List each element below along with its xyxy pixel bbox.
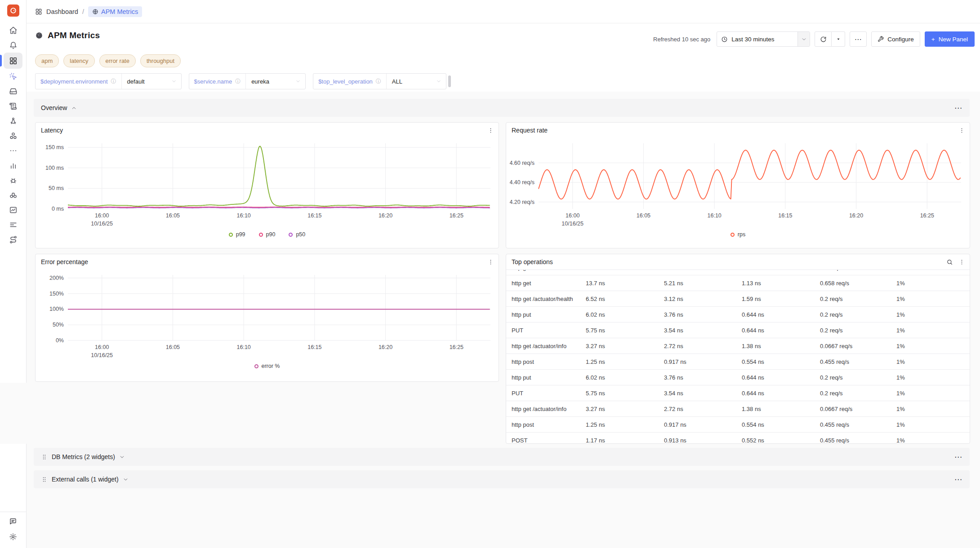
kebab-menu-icon (958, 259, 965, 265)
legend-item-p99[interactable]: p99 (229, 231, 245, 238)
sidebar-item-gear[interactable] (9, 533, 17, 541)
section-db-label: DB Metrics (2 widgets) (52, 453, 115, 460)
operation-name-cell: http get /actuator/info (512, 406, 586, 412)
sidebar-item-compass[interactable] (4, 114, 22, 128)
error-percentage-chart[interactable]: 0%50%100%150%200%16:0010/16/2516:0516:10… (39, 270, 495, 360)
latency-chart[interactable]: 0 ms50 ms100 ms150 ms16:0010/16/2516:051… (39, 139, 495, 229)
table-row[interactable]: POST1.17 ns0.913 ns0.552 ns0.455 req/s1% (506, 433, 970, 444)
section-db-toggle[interactable]: DB Metrics (2 widgets) (41, 453, 125, 460)
drag-handle-icon[interactable] (41, 476, 48, 483)
table-row[interactable]: http post1.25 ns0.917 ns0.554 ns0.455 re… (506, 354, 970, 370)
section-overview-more[interactable]: ⋯ (954, 103, 962, 113)
panel-request-rate: Request rate 4.20 req/s4.40 req/s4.60 re… (506, 122, 970, 248)
variable-value-select[interactable]: default (122, 74, 181, 89)
chevron-down-icon (801, 36, 807, 42)
legend-item-p50[interactable]: p50 (289, 231, 305, 238)
refresh-button[interactable] (815, 31, 832, 47)
svg-text:10/16/25: 10/16/25 (91, 221, 113, 227)
section-db-more[interactable]: ⋯ (954, 452, 962, 462)
table-row[interactable]: PUT5.75 ns3.54 ns0.644 ns0.2 req/s1% (506, 385, 970, 401)
variables-scrollbar[interactable] (448, 75, 451, 87)
kebab-menu-icon[interactable] (487, 127, 494, 134)
metric-cell: 0.554 ns (742, 421, 820, 428)
sidebar-item-pointer-click[interactable] (4, 69, 22, 84)
kebab-menu-icon[interactable] (958, 127, 965, 134)
svg-text:16:00: 16:00 (566, 212, 579, 219)
sidebar-item-grid[interactable] (4, 53, 22, 69)
metric-cell: 14.3 ns (586, 270, 664, 271)
svg-text:16:15: 16:15 (307, 344, 321, 350)
section-external-toggle[interactable]: External calls (1 widget) (41, 476, 129, 483)
plus-icon: + (931, 36, 935, 43)
table-row[interactable]: http get /actuator/info3.27 ns2.72 ns1.3… (506, 401, 970, 417)
variable-value-select[interactable]: eureka (246, 74, 305, 89)
sidebar-item-route[interactable] (4, 232, 22, 247)
time-range-select[interactable]: Last 30 minutes (717, 31, 810, 47)
svg-text:100 ms: 100 ms (45, 165, 64, 171)
svg-text:150 ms: 150 ms (45, 144, 64, 150)
metric-cell: 5.75 ns (586, 327, 664, 334)
metric-cell: 1% (896, 270, 970, 271)
legend-item-error-[interactable]: error % (254, 363, 280, 369)
metric-cell: 1% (896, 280, 970, 287)
sidebar-item-bug[interactable] (4, 173, 22, 187)
kebab-menu-icon (487, 259, 494, 265)
sidebar-item-bell[interactable] (4, 38, 22, 52)
drag-handle-icon (41, 476, 48, 483)
sidebar-item-list[interactable] (4, 217, 22, 232)
configure-button[interactable]: Configure (871, 31, 920, 47)
request-rate-chart[interactable]: 4.20 req/s4.40 req/s4.60 req/s16:0010/16… (510, 139, 966, 229)
sidebar-item-cluster[interactable] (4, 128, 22, 143)
kebab-menu-icon[interactable] (487, 259, 494, 265)
legend-dot (289, 233, 293, 237)
variable-value-select[interactable]: ALL (387, 74, 446, 89)
section-overview-toggle[interactable]: Overview (41, 104, 77, 111)
metric-cell: 0.917 ns (664, 358, 742, 365)
table-row[interactable]: http get13.7 ns5.21 ns1.13 ns0.658 req/s… (506, 275, 970, 291)
legend-item-rps[interactable]: rps (731, 231, 745, 238)
svg-text:16:05: 16:05 (166, 344, 180, 350)
table-row[interactable]: http post1.25 ns0.917 ns0.554 ns0.455 re… (506, 417, 970, 433)
operation-name-cell: http put (512, 374, 586, 381)
metric-cell: 1.38 ns (742, 343, 820, 349)
svg-text:16:15: 16:15 (307, 212, 321, 219)
metric-cell: 0.644 ns (742, 390, 820, 397)
sidebar-item-message[interactable] (9, 517, 17, 526)
sidebar-item-hard-drive[interactable] (4, 84, 22, 98)
breadcrumb-current[interactable]: APM Metrics (88, 6, 142, 17)
top-operations-table[interactable]: http get /14.3 ns5.39 ns2.37 ns0.6 req/s… (506, 270, 970, 444)
metric-cell: 0.913 ns (664, 437, 742, 444)
caret-down-icon (836, 36, 841, 42)
table-row[interactable]: PUT5.75 ns3.54 ns0.644 ns0.2 req/s1% (506, 323, 970, 338)
refresh-interval-caret[interactable] (832, 31, 845, 47)
svg-text:16:05: 16:05 (637, 212, 650, 219)
sidebar-item-scroll-text[interactable] (4, 99, 22, 113)
variable--top-level-operation: $top_level_operationⓘALL (313, 73, 446, 89)
table-row[interactable]: http put6.02 ns3.76 ns0.644 ns0.2 req/s1… (506, 370, 970, 385)
tag-apm: apm (35, 54, 59, 67)
new-panel-button[interactable]: + New Panel (925, 31, 975, 47)
sidebar-item-ellipsis[interactable] (4, 143, 22, 158)
table-row[interactable]: http put6.02 ns3.76 ns0.644 ns0.2 req/s1… (506, 307, 970, 323)
section-external-more[interactable]: ⋯ (954, 475, 962, 484)
drag-handle-icon[interactable] (41, 454, 48, 460)
sidebar-item-chart-line[interactable] (4, 203, 22, 217)
search-icon[interactable] (946, 259, 953, 265)
breadcrumb-root[interactable]: Dashboard (46, 8, 78, 15)
panel-error-percentage-title: Error percentage (41, 258, 88, 265)
sidebar-item-home[interactable] (4, 23, 22, 37)
sidebar-item-binoculars[interactable] (4, 188, 22, 202)
latency-legend: p99p90p50 (39, 231, 495, 238)
operation-name-cell: PUT (512, 327, 586, 334)
legend-item-p90[interactable]: p90 (259, 231, 276, 238)
metric-cell: 5.39 ns (664, 270, 742, 271)
table-row[interactable]: http get /14.3 ns5.39 ns2.37 ns0.6 req/s… (506, 270, 970, 275)
signoz-logo[interactable] (7, 4, 19, 17)
table-row[interactable]: http get /actuator/info3.27 ns2.72 ns1.3… (506, 338, 970, 354)
table-row[interactable]: http get /actuator/health6.52 ns3.12 ns1… (506, 291, 970, 307)
refreshed-status: Refreshed 10 sec ago (653, 36, 710, 43)
sidebar-item-bar-chart[interactable] (4, 158, 22, 172)
dashboard-more-button[interactable]: ⋯ (850, 31, 867, 47)
chevron-down-icon (295, 79, 301, 84)
kebab-menu-icon[interactable] (958, 259, 965, 265)
